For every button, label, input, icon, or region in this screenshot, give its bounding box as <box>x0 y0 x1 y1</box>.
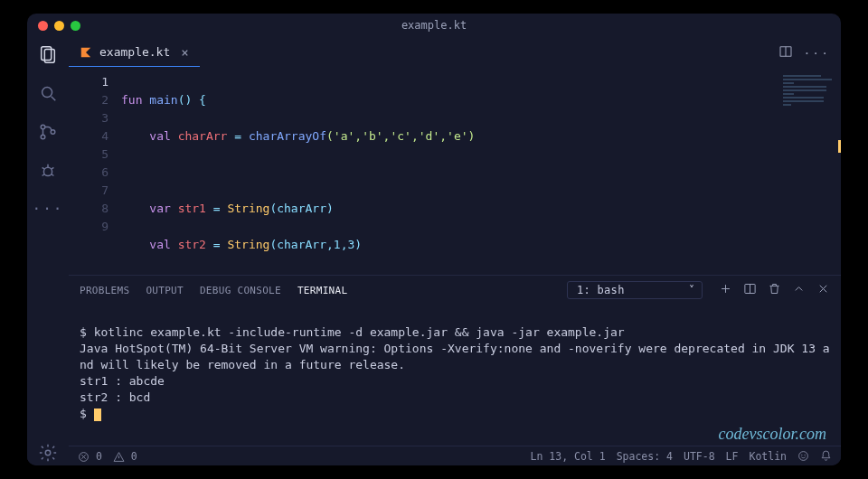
terminal-selector-label: 1: bash <box>577 284 625 296</box>
tab-example-kt[interactable]: example.kt × <box>69 37 200 68</box>
svg-point-2 <box>42 88 52 98</box>
split-terminal-icon[interactable] <box>743 282 757 298</box>
chevron-down-icon: ˅ <box>689 284 694 296</box>
panel-tab-bar: PROBLEMS OUTPUT DEBUG CONSOLE TERMINAL 1… <box>69 276 841 305</box>
close-window-button[interactable] <box>38 21 48 31</box>
code-editor[interactable]: 1 2 3 4 5 6 7 8 9 fun main() { val charA… <box>69 68 841 275</box>
status-errors[interactable]: 0 <box>78 450 102 463</box>
status-indent[interactable]: Spaces: 4 <box>617 450 673 463</box>
split-editor-icon[interactable] <box>778 44 793 61</box>
zoom-window-button[interactable] <box>71 21 80 31</box>
status-bar: 0 0 Ln 13, Col 1 Spaces: 4 UTF-8 LF Kotl… <box>69 446 841 465</box>
status-bell-icon[interactable] <box>820 450 832 462</box>
svg-point-28 <box>805 455 806 456</box>
terminal-line: $ kotlinc example.kt -include-runtime -d… <box>80 325 625 339</box>
terminal-prompt: $ <box>80 407 94 420</box>
app-body: ··· example.kt × ··· 1 2 <box>27 37 841 465</box>
kotlin-file-icon <box>80 46 92 59</box>
window-title: example.kt <box>401 19 467 32</box>
titlebar: example.kt <box>27 14 841 37</box>
close-panel-icon[interactable] <box>816 282 830 298</box>
svg-line-3 <box>52 97 56 101</box>
line-gutter: 1 2 3 4 5 6 7 8 9 <box>69 68 121 275</box>
tab-label: example.kt <box>99 45 170 59</box>
status-warnings[interactable]: 0 <box>113 450 137 463</box>
code-content: fun main() { val charArr = charArrayOf('… <box>121 68 475 275</box>
terminal-line: Java HotSpot(TM) 64-Bit Server VM warnin… <box>80 342 830 371</box>
search-icon[interactable] <box>38 83 58 106</box>
watermark: codevscolor.com <box>719 425 826 444</box>
more-actions-icon[interactable]: ··· <box>804 46 830 60</box>
status-feedback-icon[interactable] <box>797 450 809 462</box>
scroll-indicator <box>838 140 841 153</box>
svg-line-9 <box>42 167 45 169</box>
svg-point-4 <box>41 125 45 129</box>
tab-debug-console[interactable]: DEBUG CONSOLE <box>200 285 281 296</box>
new-terminal-icon[interactable] <box>719 282 732 298</box>
svg-point-13 <box>45 450 51 456</box>
svg-point-5 <box>41 135 45 139</box>
svg-line-10 <box>52 167 54 169</box>
bottom-panel: PROBLEMS OUTPUT DEBUG CONSOLE TERMINAL 1… <box>69 275 841 446</box>
source-control-icon[interactable] <box>38 122 58 145</box>
settings-gear-icon[interactable] <box>38 443 58 465</box>
tab-actions: ··· <box>778 37 841 68</box>
tab-terminal[interactable]: TERMINAL <box>297 285 347 296</box>
window-controls <box>38 21 80 31</box>
main-area: example.kt × ··· 1 2 3 4 5 6 7 <box>69 37 841 465</box>
activity-bar: ··· <box>27 37 69 465</box>
terminal-cursor <box>94 409 101 421</box>
more-icon[interactable]: ··· <box>33 200 64 217</box>
tab-output[interactable]: OUTPUT <box>146 285 184 296</box>
tab-bar: example.kt × ··· <box>69 37 841 68</box>
status-line-col[interactable]: Ln 13, Col 1 <box>531 450 606 463</box>
svg-point-26 <box>799 452 808 461</box>
panel-actions <box>719 282 830 298</box>
status-language[interactable]: Kotlin <box>749 450 787 463</box>
svg-point-6 <box>51 130 55 135</box>
terminal-line: str2 : bcd <box>80 390 150 404</box>
terminal-line: str1 : abcde <box>80 374 165 388</box>
terminal-selector[interactable]: 1: bash ˅ <box>567 281 703 299</box>
maximize-panel-icon[interactable] <box>792 282 806 298</box>
close-tab-icon[interactable]: × <box>181 45 188 60</box>
svg-point-7 <box>43 167 52 175</box>
svg-line-12 <box>52 174 54 176</box>
svg-line-11 <box>42 174 45 176</box>
explorer-icon[interactable] <box>38 44 58 67</box>
debug-icon[interactable] <box>38 161 58 183</box>
svg-point-27 <box>802 455 803 456</box>
tab-problems[interactable]: PROBLEMS <box>80 285 129 296</box>
editor-window: example.kt ··· example.kt × ··· <box>27 14 841 465</box>
minimize-window-button[interactable] <box>54 21 64 31</box>
minimap[interactable] <box>783 73 837 127</box>
kill-terminal-icon[interactable] <box>768 282 781 298</box>
status-encoding[interactable]: UTF-8 <box>684 450 715 463</box>
status-eol[interactable]: LF <box>726 450 739 463</box>
